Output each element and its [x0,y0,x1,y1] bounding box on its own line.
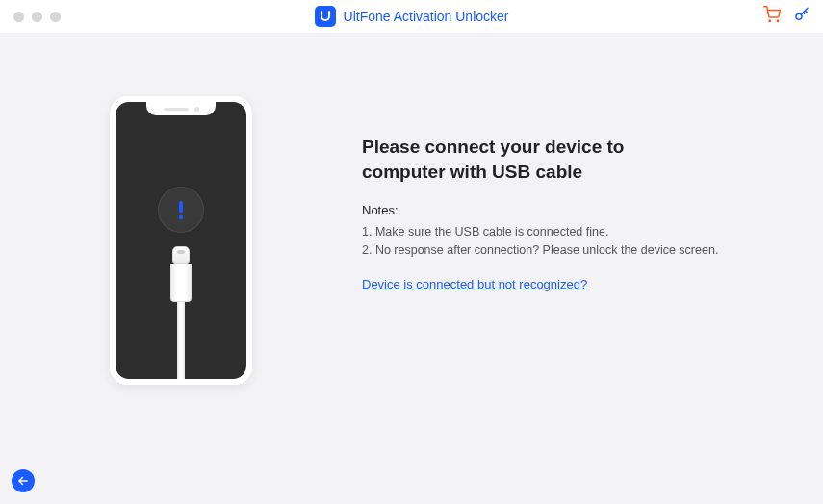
headline: Please connect your device to computer w… [362,135,708,184]
phone-notch [146,102,216,115]
header-actions [763,6,810,27]
svg-rect-3 [179,201,183,213]
app-title-text: UltFone Activation Unlocker [344,9,509,24]
help-link[interactable]: Device is connected but not recognized? [362,277,587,291]
app-title: UltFone Activation Unlocker [315,6,509,27]
close-window-button[interactable] [13,12,24,22]
exclamation-icon [158,187,204,233]
app-logo-icon [315,6,336,27]
minimize-window-button[interactable] [32,12,42,22]
phone-screen [116,102,246,379]
note-2: 2. No response after connection? Please … [362,241,756,260]
instruction-panel: Please connect your device to computer w… [362,33,823,504]
back-button[interactable] [12,469,35,492]
cart-icon[interactable] [763,6,781,27]
note-1: 1. Make sure the USB cable is connected … [362,223,756,241]
usb-cable-illustration [170,246,192,379]
svg-point-1 [777,20,779,22]
main-content: Please connect your device to computer w… [0,33,823,504]
notes-label: Notes: [362,203,756,217]
svg-point-4 [179,215,183,219]
phone-frame [110,96,252,385]
device-illustration [0,33,362,504]
svg-point-0 [769,20,771,22]
window-controls [13,12,61,22]
titlebar: UltFone Activation Unlocker [0,0,823,33]
key-icon[interactable] [794,7,810,26]
maximize-window-button[interactable] [50,12,61,22]
